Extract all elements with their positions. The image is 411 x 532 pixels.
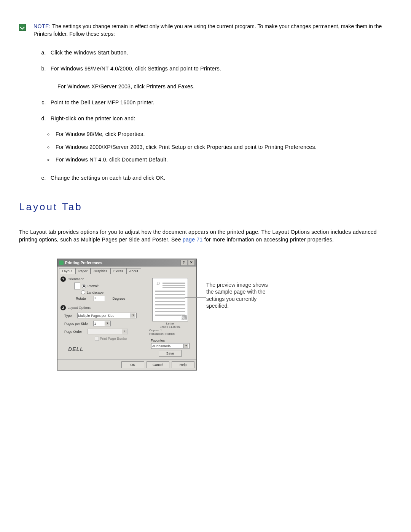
orientation-label: Orientation [68, 277, 84, 281]
layout-options-group: 2 Layout Options Type Multiple Pages per… [61, 305, 146, 341]
step-a-text: Click the Windows Start button. [51, 50, 128, 56]
type-label: Type [64, 314, 72, 318]
preview-meta: Letter 8.50 x 11.00 in. Copies: 1 Resolu… [149, 322, 191, 335]
badge-2-icon: 2 [61, 305, 66, 310]
favorites-value: <Unnamed> [152, 344, 171, 348]
rotate-label: Rotate [76, 297, 86, 300]
dell-logo: DELL [68, 346, 146, 352]
print-page-border-label: Print Page Border [100, 337, 127, 340]
layout-tab-paragraph: The Layout tab provides options for you … [19, 228, 392, 244]
callout-line [185, 297, 206, 298]
print-page-border-check[interactable]: Print Page Border [95, 337, 146, 341]
resolution-text: Resolution: Normal [149, 332, 191, 336]
radio-icon [82, 284, 86, 288]
favorites-combo[interactable]: <Unnamed> ▾ [151, 343, 190, 349]
printing-preferences-dialog: Printing Preferences ? ✕ Layout Paper Gr… [57, 259, 197, 371]
resize-grip-icon [182, 315, 187, 320]
tab-layout[interactable]: Layout [59, 268, 75, 274]
ok-button[interactable]: OK [121, 361, 144, 368]
tab-about[interactable]: About [126, 268, 142, 274]
pages-per-side-combo[interactable]: 1 ▾ [93, 321, 111, 326]
note-block: NOTE: The settings you change remain in … [19, 23, 392, 38]
app-icon [59, 260, 64, 265]
step-d-sub-1: For Windows 2000/XP/Server 2003, click P… [53, 144, 392, 151]
page-71-link[interactable]: page 71 [183, 236, 203, 243]
close-window-button[interactable]: ✕ [188, 260, 195, 266]
note-label: NOTE: [33, 23, 51, 29]
portrait-label: Portrait [88, 284, 99, 288]
layout-options-label: Layout Options [68, 306, 91, 310]
step-b-text: For Windows 98/Me/NT 4.0/2000, click Set… [51, 66, 221, 72]
favorites-label: Favorites [151, 339, 191, 342]
steps-list-cont: Change the settings on each tab and clic… [19, 174, 392, 182]
checkbox-icon [95, 337, 99, 341]
type-value: Multiple Pages per Side [78, 314, 115, 318]
annotation-text: The preview image shows the sample page … [206, 282, 268, 309]
preview-annotation: The preview image shows the sample page … [206, 281, 271, 309]
cancel-button[interactable]: Cancel [147, 361, 169, 368]
step-c-text: Point to the Dell Laser MFP 1600n printe… [51, 99, 155, 105]
pencil-note-icon [19, 24, 26, 31]
step-b: For Windows 98/Me/NT 4.0/2000, click Set… [48, 65, 392, 91]
step-d-text: Right-click on the printer icon and: [51, 115, 135, 121]
step-a: Click the Windows Start button. [48, 49, 392, 57]
preview-pane: D [152, 278, 188, 321]
step-d-sub-0-text: For Window 98/Me, click Properties. [56, 131, 145, 137]
paper-size: 8.50 x 11.00 in. [160, 325, 181, 329]
rotate-unit: Degrees [113, 297, 126, 300]
dialog-footer: OK Cancel Help [57, 359, 196, 370]
step-e: Change the settings on each tab and clic… [48, 174, 392, 182]
landscape-label: Landscape [87, 291, 104, 294]
screenshot-figure: Printing Preferences ? ✕ Layout Paper Gr… [19, 259, 392, 371]
type-combo[interactable]: Multiple Pages per Side ▾ [77, 313, 137, 318]
paper-name: Letter [166, 322, 174, 325]
step-d-sub-2-text: For Windows NT 4.0, click Document Defau… [56, 157, 168, 163]
step-d-sublist: For Window 98/Me, click Properties. For … [19, 131, 392, 164]
help-window-button[interactable]: ? [180, 260, 187, 266]
steps-list: Click the Windows Start button. For Wind… [19, 49, 392, 122]
chevron-down-icon: ▾ [131, 313, 135, 318]
note-body: The settings you change remain in effect… [33, 23, 382, 37]
help-button[interactable]: Help [172, 361, 194, 368]
tab-extras[interactable]: Extras [110, 268, 126, 274]
step-d-sub-0: For Window 98/Me, click Properties. [53, 131, 392, 138]
preview-letter-icon: D [156, 281, 160, 286]
step-d: Right-click on the printer icon and: [48, 115, 392, 123]
page-order-combo[interactable]: ▾ [88, 329, 128, 334]
chevron-down-icon: ▾ [105, 321, 110, 326]
pps-value: 1 [94, 322, 96, 326]
dialog-titlebar: Printing Preferences ? ✕ [57, 259, 196, 267]
chevron-down-icon: ▾ [183, 344, 188, 348]
page-order-label: Page Order [64, 330, 82, 334]
step-d-sub-2: For Windows NT 4.0, click Document Defau… [53, 156, 392, 164]
badge-1-icon: 1 [61, 276, 66, 282]
rotate-spinner[interactable]: 0 [94, 296, 105, 301]
radio-icon [81, 290, 85, 294]
portrait-radio[interactable]: Portrait [74, 283, 146, 289]
pages-per-side-label: Pages per Side [64, 322, 88, 326]
chevron-down-icon: ▾ [122, 329, 127, 334]
body-part2: for more information on accessing printe… [203, 236, 334, 243]
step-c: Point to the Dell Laser MFP 1600n printe… [48, 99, 392, 107]
layout-tab-heading: Layout Tab [19, 201, 392, 213]
tab-paper[interactable]: Paper [75, 268, 91, 274]
dialog-title: Printing Preferences [65, 261, 102, 265]
step-d-sub-1-text: For Windows 2000/XP/Server 2003, click P… [56, 144, 317, 150]
step-b-sub: For Windows XP/Server 2003, click Printe… [57, 83, 392, 91]
tab-graphics[interactable]: Graphics [91, 268, 110, 274]
note-text: NOTE: The settings you change remain in … [33, 23, 392, 38]
landscape-radio[interactable]: Landscape [74, 290, 146, 294]
tab-strip: Layout Paper Graphics Extras About [59, 268, 195, 274]
portrait-page-icon [74, 283, 80, 289]
step-e-text: Change the settings on each tab and clic… [51, 175, 165, 181]
orientation-group: 1 Orientation Portrait Landscape [61, 276, 146, 301]
save-favorite-button[interactable]: Save [159, 350, 182, 357]
